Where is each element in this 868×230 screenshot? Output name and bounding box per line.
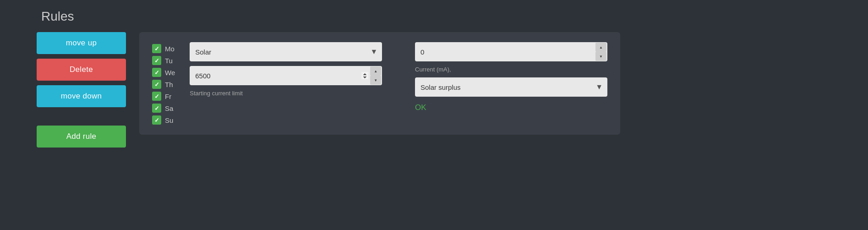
day-mo-label: Mo: [165, 45, 175, 53]
current-ma-spinners: ▲ ▼: [595, 43, 606, 61]
day-th-label: Th: [165, 81, 173, 88]
current-ma-input[interactable]: [415, 42, 607, 61]
fr-checkbox[interactable]: [152, 92, 161, 101]
current-ma-down-btn[interactable]: ▼: [595, 52, 606, 61]
day-tu-label: Tu: [165, 57, 173, 65]
current-limit-spinners: ▲ ▼: [370, 66, 381, 85]
delete-button[interactable]: Delete: [37, 59, 126, 81]
buttons-panel: move up Delete move down Add rule: [37, 32, 128, 148]
day-we-label: We: [165, 69, 175, 77]
ok-button[interactable]: OK: [415, 101, 607, 114]
main-content: move up Delete move down Add rule Mo Tu …: [37, 32, 868, 148]
list-item: Tu: [152, 56, 175, 65]
current-limit-wrapper: ▲ ▼: [190, 66, 382, 85]
right-panel: ▲ ▼ Current (mA), Solar surplus Fixed Dy…: [415, 42, 607, 114]
list-item: Su: [152, 115, 175, 125]
surplus-select-wrapper: Solar surplus Fixed Dynamic ▼: [415, 77, 607, 97]
move-up-button[interactable]: move up: [37, 32, 126, 54]
list-item: Mo: [152, 44, 175, 53]
current-ma-wrapper: ▲ ▼: [415, 42, 607, 61]
day-sa-label: Sa: [165, 104, 173, 112]
current-ma-up-btn[interactable]: ▲: [595, 43, 606, 52]
day-fr-label: Fr: [165, 93, 171, 100]
settings-panel: Solar Grid Battery ▼ ▲ ▼ Starting curren…: [190, 42, 400, 97]
th-checkbox[interactable]: [152, 80, 161, 89]
source-select-wrapper: Solar Grid Battery ▼: [190, 42, 382, 61]
page-wrapper: Rules move up Delete move down Add rule …: [37, 9, 868, 148]
current-limit-up-btn[interactable]: ▲: [370, 66, 381, 76]
days-panel: Mo Tu We Th Fr: [152, 42, 175, 125]
current-ma-label: Current (mA),: [415, 66, 607, 73]
list-item: Th: [152, 80, 175, 89]
tu-checkbox[interactable]: [152, 56, 161, 65]
add-rule-button[interactable]: Add rule: [37, 126, 126, 148]
page-title: Rules: [37, 9, 868, 24]
source-select[interactable]: Solar Grid Battery: [190, 42, 382, 61]
mo-checkbox[interactable]: [152, 44, 161, 53]
starting-current-label: Starting current limit: [190, 90, 400, 97]
sa-checkbox[interactable]: [152, 104, 161, 113]
rule-card: Mo Tu We Th Fr: [139, 32, 620, 135]
current-limit-down-btn[interactable]: ▼: [370, 76, 381, 85]
su-checkbox[interactable]: [152, 115, 161, 125]
list-item: Sa: [152, 104, 175, 113]
list-item: We: [152, 68, 175, 77]
current-limit-input[interactable]: [190, 66, 382, 85]
move-down-button[interactable]: move down: [37, 85, 126, 107]
we-checkbox[interactable]: [152, 68, 161, 77]
surplus-select[interactable]: Solar surplus Fixed Dynamic: [415, 77, 607, 97]
day-su-label: Su: [165, 116, 173, 124]
list-item: Fr: [152, 92, 175, 101]
